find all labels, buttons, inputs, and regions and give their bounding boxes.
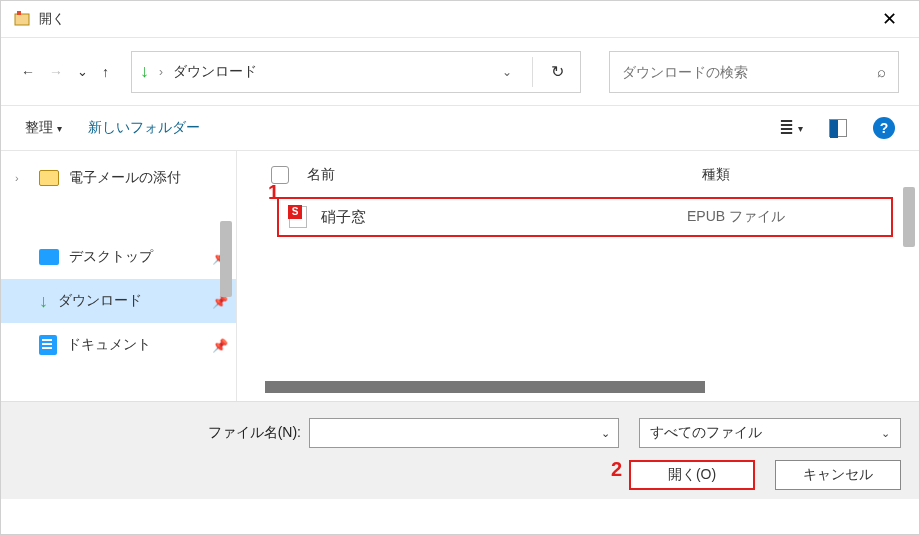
view-mode-menu[interactable]: ≣▾ <box>779 117 803 139</box>
help-icon[interactable]: ? <box>873 117 895 139</box>
breadcrumb-separator-icon: › <box>159 65 163 79</box>
refresh-icon[interactable]: ↻ <box>551 62 564 81</box>
nav-bar: ← → ⌄ ↑ ↓ › ダウンロード ⌄ ↻ ⌕ <box>1 37 919 105</box>
filename-input[interactable]: ⌄ <box>309 418 619 448</box>
sidebar-item-label: デスクトップ <box>69 248 153 266</box>
filetype-value: すべてのファイル <box>650 424 762 442</box>
list-view-icon: ≣ <box>779 117 794 139</box>
breadcrumb-path[interactable]: ダウンロード <box>173 63 492 81</box>
back-icon[interactable]: ← <box>21 64 35 80</box>
sidebar-item-email-attachments[interactable]: › 電子メールの添付 <box>1 161 236 195</box>
document-icon <box>39 335 57 355</box>
filetype-select[interactable]: すべてのファイル ⌄ <box>639 418 901 448</box>
download-icon: ↓ <box>39 291 48 312</box>
file-kind: EPUB ファイル <box>687 208 785 226</box>
cancel-button[interactable]: キャンセル <box>775 460 901 490</box>
annotation-2: 2 <box>611 458 622 481</box>
address-bar[interactable]: ↓ › ダウンロード ⌄ ↻ <box>131 51 581 93</box>
column-header-name[interactable]: 名前 <box>307 166 702 184</box>
sidebar: › 電子メールの添付 デスクトップ 📌 ↓ ダウンロード 📌 ドキュメント 📌 <box>1 151 237 401</box>
title-bar: 開く ✕ <box>1 1 919 37</box>
close-icon[interactable]: ✕ <box>872 4 907 34</box>
up-icon[interactable]: ↑ <box>102 64 109 80</box>
chevron-down-icon[interactable]: ⌄ <box>601 427 610 440</box>
recent-dropdown-icon[interactable]: ⌄ <box>77 64 88 79</box>
pin-icon[interactable]: 📌 <box>212 338 228 353</box>
preview-pane-icon[interactable] <box>829 119 847 137</box>
folder-icon <box>39 170 59 186</box>
new-folder-button[interactable]: 新しいフォルダー <box>88 119 200 137</box>
forward-icon[interactable]: → <box>49 64 63 80</box>
annotation-1: 1 <box>268 181 279 204</box>
bottom-panel: ファイル名(N): ⌄ すべてのファイル ⌄ 2 開く(O) キャンセル <box>1 401 919 499</box>
search-icon[interactable]: ⌕ <box>877 63 886 80</box>
column-header-kind[interactable]: 種類 <box>702 166 842 184</box>
sidebar-item-label: ダウンロード <box>58 292 142 310</box>
app-icon <box>13 10 31 28</box>
expand-icon[interactable]: › <box>15 172 29 184</box>
address-divider <box>532 57 533 87</box>
search-input[interactable] <box>622 64 877 80</box>
file-type-icon <box>289 206 307 228</box>
file-row[interactable]: 硝子窓 EPUB ファイル <box>277 197 893 237</box>
open-button[interactable]: 開く(O) <box>629 460 755 490</box>
filename-label: ファイル名(N): <box>193 424 301 442</box>
chevron-down-icon: ⌄ <box>881 427 890 440</box>
desktop-icon <box>39 249 59 265</box>
sidebar-item-downloads[interactable]: ↓ ダウンロード 📌 <box>1 279 236 323</box>
sidebar-item-desktop[interactable]: デスクトップ 📌 <box>1 235 236 279</box>
svg-rect-1 <box>17 11 21 15</box>
sidebar-item-documents[interactable]: ドキュメント 📌 <box>1 323 236 367</box>
window-title: 開く <box>39 10 864 28</box>
file-list-scrollbar[interactable] <box>903 187 915 247</box>
command-bar: 整理 ▾ 新しいフォルダー ≣▾ ? <box>1 105 919 151</box>
search-box[interactable]: ⌕ <box>609 51 899 93</box>
file-list: 名前 種類 1 硝子窓 EPUB ファイル <box>237 151 919 401</box>
file-name: 硝子窓 <box>321 208 687 227</box>
chevron-down-icon[interactable]: ⌄ <box>502 65 512 79</box>
download-folder-icon: ↓ <box>140 61 149 82</box>
svg-rect-0 <box>15 14 29 25</box>
sidebar-scrollbar[interactable] <box>220 221 232 297</box>
organize-menu[interactable]: 整理 ▾ <box>25 119 62 137</box>
sidebar-item-label: ドキュメント <box>67 336 151 354</box>
sidebar-item-label: 電子メールの添付 <box>69 169 181 187</box>
horizontal-scrollbar[interactable] <box>265 381 705 393</box>
